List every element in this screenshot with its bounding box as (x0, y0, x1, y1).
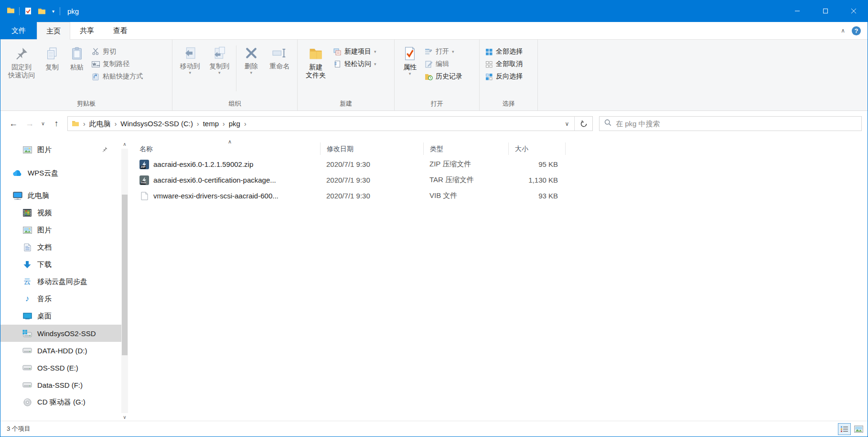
paste-shortcut-button[interactable]: 粘贴快捷方式 (89, 70, 145, 83)
maximize-button[interactable] (811, 0, 839, 22)
delete-dropdown-icon: ▾ (250, 71, 253, 75)
sidebar-item-documents[interactable]: 文档 (0, 239, 121, 256)
forward-button[interactable]: → (21, 117, 38, 131)
sidebar-item-mobile-cloud-sync[interactable]: 云 移动云盘同步盘 (0, 273, 121, 290)
recent-locations-dropdown[interactable]: ∨ (38, 117, 48, 131)
qat-new-folder-button[interactable] (37, 4, 47, 18)
tab-view[interactable]: 查看 (104, 22, 137, 39)
sidebar-item-pictures-quickaccess[interactable]: 图片 (0, 141, 121, 158)
tab-home[interactable]: 主页 (37, 22, 70, 40)
tab-share[interactable]: 共享 (70, 22, 104, 39)
invert-selection-button[interactable]: 反向选择 (482, 70, 525, 83)
sidebar-item-cd-drive-g[interactable]: CD 驱动器 (G:) (0, 393, 121, 411)
window-title: pkg (67, 7, 79, 15)
breadcrumb-temp[interactable]: temp (200, 117, 222, 131)
qat-properties-button[interactable] (24, 4, 32, 18)
sidebar-item-wps-cloud[interactable]: WPS云盘 (0, 164, 121, 182)
breadcrumb-chevron: › (83, 120, 86, 128)
sidebar-item-drive-d[interactable]: DATA-HDD (D:) (0, 342, 121, 359)
back-button[interactable]: ← (5, 117, 21, 131)
move-to-icon (182, 44, 198, 62)
sidebar-scrollbar[interactable]: ∧ ∨ (121, 136, 128, 421)
search-box[interactable] (599, 116, 862, 131)
pin-to-quick-access-button[interactable]: 固定到 快速访问 (3, 42, 40, 79)
titlebar-separator (19, 7, 20, 15)
copy-to-button[interactable]: 复制到 ▾ (205, 42, 235, 75)
address-history-dropdown[interactable]: ∨ (560, 117, 574, 131)
invert-selection-icon (484, 73, 493, 80)
details-view-button[interactable] (838, 423, 851, 435)
section-label-new: 新建 (298, 98, 394, 110)
file-date: 2020/7/1 9:30 (320, 160, 423, 168)
scrollbar-up-icon[interactable]: ∧ (123, 141, 126, 148)
copy-button[interactable]: 复制 (40, 42, 64, 71)
file-row-tar[interactable]: TAR aacraid-esxi6.0-certification-packag… (133, 172, 868, 188)
history-button[interactable]: 历史记录 (422, 70, 464, 83)
qat-customize-dropdown[interactable]: ▾ (51, 4, 55, 18)
column-header-date[interactable]: 修改日期 (320, 142, 423, 155)
open-button[interactable]: 打开 ▾ (422, 45, 464, 58)
file-row-vib[interactable]: vmware-esxi-drivers-scsi-aacraid-600... … (133, 188, 868, 204)
scrollbar-thumb[interactable] (122, 195, 128, 355)
new-item-icon (333, 48, 342, 55)
copy-to-icon (212, 44, 227, 62)
section-label-organize: 组织 (172, 98, 297, 110)
file-date: 2020/7/1 9:30 (320, 192, 423, 200)
delete-button[interactable]: 删除 ▾ (238, 42, 264, 75)
ribbon-section-clipboard: 固定到 快速访问 复制 粘贴 (0, 40, 172, 110)
minimize-button[interactable] (783, 0, 811, 22)
breadcrumb-this-pc[interactable]: 此电脑 (86, 117, 114, 131)
column-header-name[interactable]: 名称 (133, 142, 320, 155)
tab-file[interactable]: 文件 (0, 22, 37, 39)
easy-access-button[interactable]: 轻松访问 ▾ (331, 58, 378, 70)
help-icon[interactable]: ? (852, 26, 861, 35)
open-dropdown-icon: ▾ (452, 50, 454, 54)
rename-button[interactable]: 重命名 (264, 42, 295, 70)
collapse-ribbon-icon[interactable]: ∧ (841, 27, 845, 34)
scrollbar-down-icon[interactable]: ∨ (123, 414, 126, 421)
up-button[interactable]: ↑ (48, 117, 64, 131)
cut-button[interactable]: 剪切 (89, 45, 145, 58)
sidebar-item-this-pc[interactable]: 此电脑 (0, 187, 121, 204)
zip-file-icon: ZIP (139, 160, 149, 169)
breadcrumb-chevron: › (222, 120, 225, 128)
sidebar-item-music[interactable]: ♪ 音乐 (0, 290, 121, 307)
address-bar[interactable]: › 此电脑 › WindsysOS2-SSD (C:) › temp › pkg… (67, 116, 593, 131)
file-name: vmware-esxi-drivers-scsi-aacraid-600... (153, 192, 279, 200)
sidebar-item-drive-f[interactable]: Data-SSD (F:) (0, 376, 121, 393)
section-label-select: 选择 (480, 98, 537, 110)
properties-button[interactable]: 属性 ▾ (397, 42, 422, 76)
sidebar-item-pictures[interactable]: 图片 (0, 221, 121, 239)
sidebar-item-videos[interactable]: 视频 (0, 204, 121, 221)
main-area: 图片 WPS云盘 此电脑 视频 (0, 136, 868, 421)
refresh-button[interactable] (574, 117, 592, 131)
ribbon-mini-separator (236, 45, 236, 91)
sidebar-item-downloads[interactable]: 下载 (0, 256, 121, 273)
column-header-size[interactable]: 大小 (508, 142, 566, 155)
paste-button[interactable]: 粘贴 (64, 42, 89, 71)
large-icons-view-button[interactable] (852, 423, 865, 435)
copy-path-button[interactable]: 复制路径 (89, 58, 145, 70)
sidebar-item-desktop[interactable]: 桌面 (0, 307, 121, 325)
sidebar-item-drive-e[interactable]: OS-SSD (E:) (0, 359, 121, 376)
select-all-button[interactable]: 全部选择 (482, 45, 525, 58)
search-input[interactable] (616, 120, 857, 128)
select-none-button[interactable]: 全部取消 (482, 58, 525, 70)
move-to-button[interactable]: 移动到 ▾ (175, 42, 205, 75)
cloud-sync-icon: 云 (22, 277, 32, 286)
breadcrumb-pkg[interactable]: pkg (225, 117, 244, 131)
edit-button[interactable]: 编辑 (422, 58, 464, 70)
edit-icon (424, 60, 433, 68)
new-item-button[interactable]: 新建项目 ▾ (331, 45, 378, 58)
ribbon-section-open: 属性 ▾ 打开 ▾ 编辑 (395, 40, 480, 110)
sidebar-item-drive-c-selected[interactable]: WindsysOS2-SSD (0, 325, 121, 342)
file-row-zip[interactable]: ZIP aacraid-esxi6.0-1.2.1.59002.zip 2020… (133, 156, 868, 172)
explorer-window: ▾ pkg 文件 主页 共享 查看 ∧ ? (0, 0, 868, 437)
scrollbar-track[interactable] (121, 149, 128, 413)
breadcrumb-drive-c[interactable]: WindsysOS2-SSD (C:) (117, 117, 196, 131)
pictures-icon (22, 146, 32, 153)
ribbon-section-new: 新建 文件夹 新建项目 ▾ 轻松访问 (298, 40, 395, 110)
column-header-type[interactable]: 类型 (423, 142, 508, 155)
close-button[interactable] (839, 0, 868, 22)
new-folder-button[interactable]: 新建 文件夹 (300, 42, 331, 79)
